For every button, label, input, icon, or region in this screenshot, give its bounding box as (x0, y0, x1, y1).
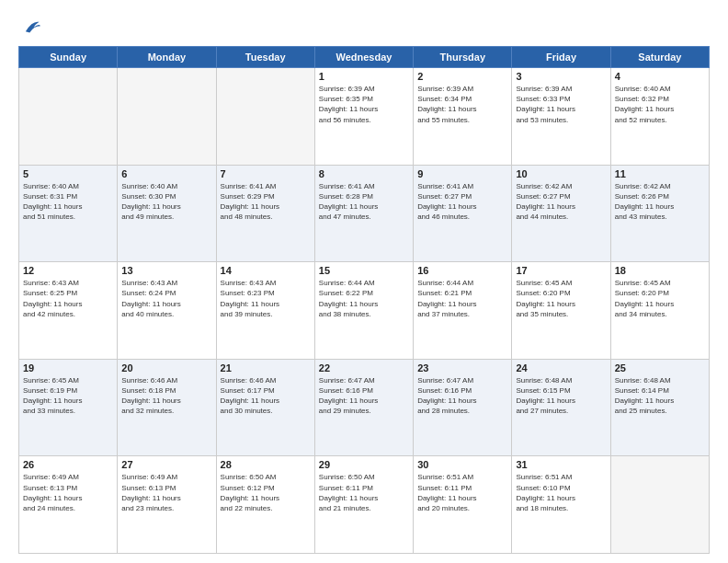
table-row: 10Sunrise: 6:42 AM Sunset: 6:27 PM Dayli… (512, 165, 610, 262)
col-thursday: Thursday (414, 47, 512, 68)
day-info: Sunrise: 6:41 AM Sunset: 6:28 PM Dayligh… (319, 181, 409, 223)
calendar-week-row: 5Sunrise: 6:40 AM Sunset: 6:31 PM Daylig… (19, 165, 710, 262)
page: Sunday Monday Tuesday Wednesday Thursday… (0, 0, 728, 563)
day-info: Sunrise: 6:48 AM Sunset: 6:14 PM Dayligh… (615, 375, 705, 417)
day-number: 2 (417, 71, 507, 82)
day-number: 11 (615, 168, 705, 179)
table-row: 12Sunrise: 6:43 AM Sunset: 6:25 PM Dayli… (19, 262, 118, 360)
calendar-week-row: 1Sunrise: 6:39 AM Sunset: 6:35 PM Daylig… (19, 68, 710, 166)
calendar-header-row: Sunday Monday Tuesday Wednesday Thursday… (19, 47, 710, 68)
day-info: Sunrise: 6:43 AM Sunset: 6:24 PM Dayligh… (121, 278, 211, 319)
day-info: Sunrise: 6:44 AM Sunset: 6:21 PM Dayligh… (417, 278, 507, 319)
day-info: Sunrise: 6:43 AM Sunset: 6:25 PM Dayligh… (23, 278, 113, 319)
day-number: 19 (23, 362, 113, 373)
day-number: 8 (319, 168, 409, 179)
day-number: 22 (319, 362, 409, 373)
day-number: 21 (221, 362, 311, 373)
table-row: 20Sunrise: 6:46 AM Sunset: 6:18 PM Dayli… (118, 359, 216, 456)
day-info: Sunrise: 6:42 AM Sunset: 6:27 PM Dayligh… (516, 181, 606, 223)
day-info: Sunrise: 6:48 AM Sunset: 6:15 PM Dayligh… (516, 375, 606, 417)
table-row: 8Sunrise: 6:41 AM Sunset: 6:28 PM Daylig… (314, 165, 413, 262)
calendar-week-row: 26Sunrise: 6:49 AM Sunset: 6:13 PM Dayli… (19, 456, 710, 554)
day-number: 20 (121, 362, 211, 373)
table-row: 22Sunrise: 6:47 AM Sunset: 6:16 PM Dayli… (314, 359, 413, 456)
day-number: 14 (221, 265, 311, 276)
day-info: Sunrise: 6:40 AM Sunset: 6:30 PM Dayligh… (121, 181, 211, 223)
table-row: 27Sunrise: 6:49 AM Sunset: 6:13 PM Dayli… (118, 456, 216, 554)
day-info: Sunrise: 6:44 AM Sunset: 6:22 PM Dayligh… (319, 278, 409, 319)
day-info: Sunrise: 6:39 AM Sunset: 6:34 PM Dayligh… (417, 84, 507, 125)
table-row (610, 456, 709, 554)
table-row: 31Sunrise: 6:51 AM Sunset: 6:10 PM Dayli… (512, 456, 610, 554)
day-number: 13 (121, 265, 211, 276)
day-info: Sunrise: 6:45 AM Sunset: 6:20 PM Dayligh… (615, 278, 705, 319)
table-row: 15Sunrise: 6:44 AM Sunset: 6:22 PM Dayli… (314, 262, 413, 360)
calendar-week-row: 12Sunrise: 6:43 AM Sunset: 6:25 PM Dayli… (19, 262, 710, 360)
day-number: 25 (615, 362, 705, 373)
day-info: Sunrise: 6:45 AM Sunset: 6:20 PM Dayligh… (516, 278, 606, 319)
day-info: Sunrise: 6:49 AM Sunset: 6:13 PM Dayligh… (121, 472, 211, 513)
col-friday: Friday (512, 47, 610, 68)
day-number: 23 (417, 362, 507, 373)
day-number: 5 (23, 168, 113, 179)
day-info: Sunrise: 6:46 AM Sunset: 6:17 PM Dayligh… (221, 375, 311, 417)
table-row: 21Sunrise: 6:46 AM Sunset: 6:17 PM Dayli… (216, 359, 314, 456)
table-row: 24Sunrise: 6:48 AM Sunset: 6:15 PM Dayli… (512, 359, 610, 456)
table-row: 3Sunrise: 6:39 AM Sunset: 6:33 PM Daylig… (512, 68, 610, 166)
day-number: 16 (417, 265, 507, 276)
table-row (19, 68, 118, 166)
col-tuesday: Tuesday (216, 47, 314, 68)
day-info: Sunrise: 6:39 AM Sunset: 6:35 PM Dayligh… (319, 84, 409, 125)
day-number: 17 (516, 265, 606, 276)
day-info: Sunrise: 6:49 AM Sunset: 6:13 PM Dayligh… (23, 472, 113, 513)
table-row: 9Sunrise: 6:41 AM Sunset: 6:27 PM Daylig… (414, 165, 512, 262)
table-row (216, 68, 314, 166)
table-row: 2Sunrise: 6:39 AM Sunset: 6:34 PM Daylig… (414, 68, 512, 166)
table-row: 29Sunrise: 6:50 AM Sunset: 6:11 PM Dayli… (314, 456, 413, 554)
day-info: Sunrise: 6:40 AM Sunset: 6:32 PM Dayligh… (615, 84, 705, 125)
day-info: Sunrise: 6:46 AM Sunset: 6:18 PM Dayligh… (121, 375, 211, 417)
day-number: 3 (516, 71, 606, 82)
col-saturday: Saturday (610, 47, 709, 68)
table-row: 5Sunrise: 6:40 AM Sunset: 6:31 PM Daylig… (19, 165, 118, 262)
day-number: 1 (319, 71, 409, 82)
table-row: 25Sunrise: 6:48 AM Sunset: 6:14 PM Dayli… (610, 359, 709, 456)
table-row: 6Sunrise: 6:40 AM Sunset: 6:30 PM Daylig… (118, 165, 216, 262)
day-info: Sunrise: 6:51 AM Sunset: 6:11 PM Dayligh… (417, 472, 507, 513)
table-row: 19Sunrise: 6:45 AM Sunset: 6:19 PM Dayli… (19, 359, 118, 456)
day-info: Sunrise: 6:40 AM Sunset: 6:31 PM Dayligh… (23, 181, 113, 223)
day-number: 24 (516, 362, 606, 373)
day-info: Sunrise: 6:41 AM Sunset: 6:27 PM Dayligh… (417, 181, 507, 223)
calendar-week-row: 19Sunrise: 6:45 AM Sunset: 6:19 PM Dayli… (19, 359, 710, 456)
table-row: 28Sunrise: 6:50 AM Sunset: 6:12 PM Dayli… (216, 456, 314, 554)
day-number: 10 (516, 168, 606, 179)
table-row: 26Sunrise: 6:49 AM Sunset: 6:13 PM Dayli… (19, 456, 118, 554)
header (18, 17, 710, 37)
day-info: Sunrise: 6:50 AM Sunset: 6:12 PM Dayligh… (221, 472, 311, 513)
day-info: Sunrise: 6:42 AM Sunset: 6:26 PM Dayligh… (615, 181, 705, 223)
col-wednesday: Wednesday (314, 47, 413, 68)
day-number: 18 (615, 265, 705, 276)
calendar-table: Sunday Monday Tuesday Wednesday Thursday… (18, 46, 710, 554)
col-monday: Monday (118, 47, 216, 68)
day-info: Sunrise: 6:47 AM Sunset: 6:16 PM Dayligh… (319, 375, 409, 417)
table-row: 11Sunrise: 6:42 AM Sunset: 6:26 PM Dayli… (610, 165, 709, 262)
day-info: Sunrise: 6:51 AM Sunset: 6:10 PM Dayligh… (516, 472, 606, 513)
logo (18, 17, 40, 37)
day-number: 15 (319, 265, 409, 276)
day-number: 29 (319, 459, 409, 470)
day-number: 9 (417, 168, 507, 179)
table-row: 1Sunrise: 6:39 AM Sunset: 6:35 PM Daylig… (314, 68, 413, 166)
table-row: 30Sunrise: 6:51 AM Sunset: 6:11 PM Dayli… (414, 456, 512, 554)
day-info: Sunrise: 6:41 AM Sunset: 6:29 PM Dayligh… (221, 181, 311, 223)
day-info: Sunrise: 6:43 AM Sunset: 6:23 PM Dayligh… (221, 278, 311, 319)
day-number: 4 (615, 71, 705, 82)
day-info: Sunrise: 6:45 AM Sunset: 6:19 PM Dayligh… (23, 375, 113, 417)
table-row: 23Sunrise: 6:47 AM Sunset: 6:16 PM Dayli… (414, 359, 512, 456)
day-number: 7 (221, 168, 311, 179)
table-row: 14Sunrise: 6:43 AM Sunset: 6:23 PM Dayli… (216, 262, 314, 360)
day-number: 6 (121, 168, 211, 179)
table-row: 13Sunrise: 6:43 AM Sunset: 6:24 PM Dayli… (118, 262, 216, 360)
table-row: 18Sunrise: 6:45 AM Sunset: 6:20 PM Dayli… (610, 262, 709, 360)
table-row: 16Sunrise: 6:44 AM Sunset: 6:21 PM Dayli… (414, 262, 512, 360)
